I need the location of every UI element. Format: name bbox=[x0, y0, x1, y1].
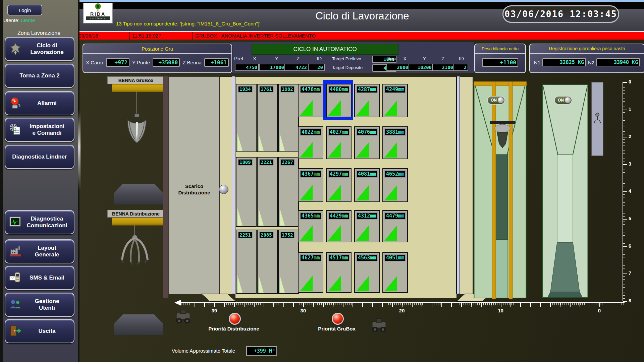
ruler-tick bbox=[441, 303, 442, 307]
bunker-cell[interactable]: 4076mm bbox=[354, 126, 380, 159]
ruler-tick bbox=[623, 301, 627, 302]
n1-value: 32825 KG bbox=[542, 58, 586, 66]
bunker-cell-small[interactable]: 2267 bbox=[278, 157, 299, 227]
ruler-tick bbox=[264, 303, 264, 307]
cell-level-value: 1982 bbox=[280, 86, 295, 93]
bunker-cell[interactable]: 4367mm bbox=[298, 168, 323, 202]
bunker-cell[interactable]: 4517mm bbox=[326, 252, 352, 293]
sidebar-item-diagnostica-comunicazioni[interactable]: Diagnostica Comunicazioni bbox=[5, 210, 74, 234]
deposit-axis-id: ID bbox=[459, 56, 464, 61]
sidebar-item-impostazioni-e-comandi[interactable]: Impostazioni e Comandi bbox=[5, 118, 74, 142]
pickup-axis-x: X bbox=[253, 56, 256, 61]
scarico-knob[interactable] bbox=[219, 185, 228, 194]
ruler-tick bbox=[432, 303, 432, 307]
ruler-tick bbox=[372, 303, 373, 307]
bunker-cell[interactable]: 4627mm bbox=[298, 252, 323, 293]
cell-level-value: 2221 bbox=[259, 159, 274, 166]
cell-level-value: 4563mm bbox=[356, 254, 378, 261]
level-indicator bbox=[356, 276, 369, 291]
ruler-tick bbox=[530, 303, 531, 307]
bunker-cell-small[interactable]: 1809 bbox=[236, 157, 257, 227]
bunker-cell[interactable]: 4480mm bbox=[326, 84, 352, 117]
ruler-tick bbox=[511, 303, 511, 307]
ruler-tick bbox=[520, 303, 521, 307]
logo-subtext: ambiente bbox=[86, 17, 110, 20]
axis-label: Y Ponte bbox=[132, 60, 150, 65]
bunker-cell[interactable]: 4081mm bbox=[354, 168, 380, 202]
cell-level-value: 3881mm bbox=[384, 128, 406, 136]
grab-claw-icon bbox=[8, 41, 23, 57]
cell-level-value: 2267 bbox=[280, 159, 295, 166]
sidebar-item-gestione-utenti[interactable]: Gestione Utenti bbox=[5, 293, 74, 317]
bunker-cell[interactable]: 4249mm bbox=[382, 84, 408, 117]
cell-level-value: 4287mm bbox=[356, 86, 378, 93]
bunker-cell-small[interactable]: 1982 bbox=[278, 84, 299, 152]
sidebar-item-label: Uscita bbox=[23, 328, 55, 335]
ruler-tick bbox=[353, 303, 353, 307]
ruler-number: 6 bbox=[629, 243, 637, 249]
bunker-cell[interactable]: 4022mm bbox=[298, 126, 323, 159]
pickup-axis-z: Z bbox=[297, 56, 300, 61]
bunker-cell[interactable]: 4652mm bbox=[382, 168, 408, 202]
bunker-cell[interactable]: 4429mm bbox=[326, 210, 352, 242]
bunker-cell[interactable]: 4365mm bbox=[298, 210, 323, 242]
wall-shadow bbox=[163, 76, 168, 298]
ruler-tick bbox=[560, 303, 560, 307]
ruler-number: 1 bbox=[629, 107, 637, 112]
benna-distribuzione-title: BENNA Distribuzione bbox=[107, 210, 164, 218]
benna-grubox-title: BENNA GruBox bbox=[107, 76, 164, 84]
level-indicator bbox=[300, 142, 313, 158]
bunker-cell[interactable]: 4051mm bbox=[382, 252, 408, 293]
tower-2-on-switch[interactable]: ON bbox=[554, 96, 572, 105]
level-indicator-low bbox=[237, 275, 243, 293]
bunker-cell-small[interactable]: 1761 bbox=[257, 84, 278, 152]
datetime-display: 03/06/2016 12:03:45 bbox=[502, 5, 619, 23]
ruler-left-arrow bbox=[174, 300, 181, 306]
tower-1-switch-knob bbox=[498, 97, 504, 103]
bunker-cell[interactable]: 4027mm bbox=[326, 126, 352, 159]
sidebar-item-diagnostica-lindner[interactable]: Diagnostica Lindner bbox=[5, 145, 74, 169]
level-indicator bbox=[300, 100, 313, 116]
ruler-tick bbox=[343, 303, 343, 307]
cycle-status-banner: CICLO IN AUTOMATICO bbox=[252, 44, 398, 55]
bunker-cell[interactable]: 4287mm bbox=[354, 84, 380, 117]
login-button[interactable]: Login bbox=[7, 5, 42, 15]
ruler-number: 8 bbox=[629, 298, 637, 303]
bunker-cell[interactable]: 3881mm bbox=[382, 126, 408, 159]
ruler-tick bbox=[501, 303, 501, 307]
ruler-number: 4 bbox=[629, 188, 637, 194]
ruler-tick bbox=[382, 303, 383, 307]
bunker-cell-small[interactable]: 1752 bbox=[278, 230, 299, 294]
open-grab-icon bbox=[118, 225, 152, 265]
peso-bilancia-title: Peso bilancia netto bbox=[475, 44, 525, 54]
cell-level-value: 4479mm bbox=[384, 212, 406, 220]
sidebar-item-torna-a-zona-2[interactable]: Torna a Zona 2 bbox=[5, 64, 74, 88]
active-alarm-bar: 03/06/16 11:51:18.927 GRUBOX - ANOMALIA … bbox=[76, 32, 644, 40]
phone-mail-icon bbox=[8, 270, 23, 286]
bunker-cell-small[interactable]: 2085 bbox=[257, 230, 278, 294]
bunker-cell[interactable]: 4312mm bbox=[354, 210, 380, 242]
tower-1-on-switch[interactable]: ON bbox=[487, 96, 505, 105]
ruler-tick bbox=[234, 303, 235, 307]
level-indicator-low bbox=[259, 275, 264, 293]
bunker-cell[interactable]: 4479mm bbox=[382, 210, 408, 242]
priority-button[interactable] bbox=[229, 313, 241, 325]
sidebar-item-uscita[interactable]: Uscita bbox=[5, 319, 74, 343]
sidebar-item-ciclo-di-lavorazione[interactable]: Ciclo di Lavorazione bbox=[5, 37, 74, 61]
sidebar-item-layout-generale[interactable]: Layout Generale bbox=[5, 239, 74, 263]
sidebar-item-sms-email[interactable]: SMS & Email bbox=[5, 266, 74, 290]
priority-label: Priorità GruBox bbox=[297, 326, 377, 331]
sidebar-item-allarmi[interactable]: Allarmi bbox=[5, 91, 74, 115]
priority-button[interactable] bbox=[332, 313, 344, 325]
bunker-cell-small[interactable]: 2221 bbox=[257, 157, 278, 227]
bunker-cell-small[interactable]: 1934 bbox=[236, 84, 257, 152]
cell-level-value: 4081mm bbox=[356, 170, 378, 178]
cell-level-value: 4365mm bbox=[300, 212, 321, 220]
bunker-cell[interactable]: 4476mm bbox=[298, 84, 323, 117]
ruler-tick bbox=[362, 303, 363, 307]
level-indicator bbox=[328, 225, 341, 241]
bunker-cell[interactable]: 4563mm bbox=[354, 252, 380, 293]
bunker-cell-small[interactable]: 2251 bbox=[236, 230, 257, 294]
current-user: Utente: utente bbox=[3, 17, 35, 23]
bunker-cell[interactable]: 4297mm bbox=[326, 168, 352, 202]
